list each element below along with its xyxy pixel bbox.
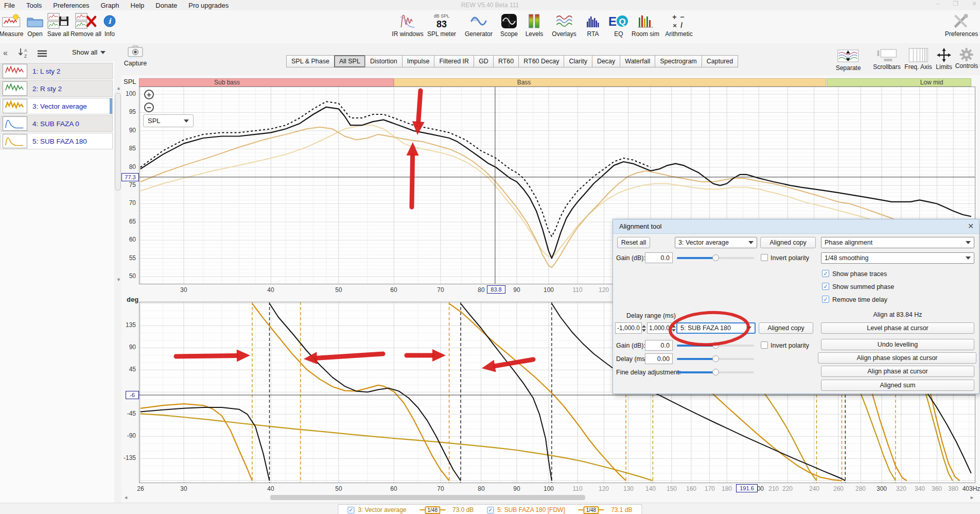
close-icon[interactable]: ✕ xyxy=(968,222,974,230)
reset-all-button[interactable]: Reset all xyxy=(617,237,650,248)
band-sub-bass xyxy=(139,78,394,87)
ir-windows-button[interactable]: IR windows xyxy=(392,12,423,38)
hscroll-right-arrow[interactable]: ► xyxy=(970,495,974,500)
show-phase-traces-checkbox[interactable]: ✓ xyxy=(822,270,829,277)
scope-button[interactable]: Scope xyxy=(500,12,518,38)
remove-all-button[interactable]: Remove all xyxy=(71,12,101,38)
tab-rt60[interactable]: RT60 xyxy=(493,55,519,67)
aligned-copy-b-button[interactable]: Aligned copy xyxy=(759,322,813,334)
tab-distortion[interactable]: Distortion xyxy=(365,55,402,67)
tab-spectrogram[interactable]: Spectrogram xyxy=(655,55,702,67)
arithmetic-button[interactable]: +−×/Arithmetic xyxy=(665,12,692,38)
room-sim-button[interactable]: Room sim xyxy=(632,12,659,38)
close-window-icon[interactable]: ✕ xyxy=(972,0,977,7)
invert-b-checkbox[interactable] xyxy=(761,341,768,349)
smoothing-badge[interactable]: 1/48 xyxy=(425,506,440,514)
tab-rt60-decay[interactable]: RT60 Decay xyxy=(518,55,564,67)
menu-item-graph[interactable]: Graph xyxy=(100,2,119,9)
trace-type-dropdown[interactable]: SPL xyxy=(143,114,194,127)
separate-button[interactable]: Separate xyxy=(836,47,861,72)
measurement-b-dropdown[interactable]: 5: SUB FAZA 180 xyxy=(676,322,756,334)
tab-filtered-ir[interactable]: Filtered IR xyxy=(434,55,474,67)
tab-clarity[interactable]: Clarity xyxy=(564,55,592,67)
delay-field[interactable]: 0.00 xyxy=(645,353,673,364)
tab-captured[interactable]: Captured xyxy=(702,55,738,67)
zoom-out-button[interactable]: − xyxy=(144,102,154,112)
gain-a-field[interactable]: 0.0 xyxy=(645,252,673,263)
scrollbars-button[interactable]: Scrollbars xyxy=(873,47,900,71)
tab-gd[interactable]: GD xyxy=(474,55,494,67)
remove-time-delay-checkbox[interactable]: ✓ xyxy=(822,296,829,303)
align-phase-slopes-button[interactable]: Align phase slopes at cursor xyxy=(818,352,976,364)
deg-tick-label: 45 xyxy=(120,366,136,373)
menu-item-tools[interactable]: Tools xyxy=(26,2,42,9)
tab-spl-phase[interactable]: SPL & Phase xyxy=(286,55,335,67)
gain-b-field[interactable]: 0.0 xyxy=(645,340,673,351)
limits-button[interactable]: Limits xyxy=(935,47,953,71)
generator-button[interactable]: Generator xyxy=(465,12,493,38)
legend-checkbox[interactable]: ✓ xyxy=(487,507,494,513)
open-button[interactable]: Open xyxy=(26,12,44,38)
levels-button[interactable]: Levels xyxy=(526,12,544,38)
maximize-icon[interactable]: ❐ xyxy=(953,0,958,7)
aligned-sum-button[interactable]: Aligned sum xyxy=(821,380,974,391)
measure-button[interactable]: Measure xyxy=(0,12,23,38)
sort-icon[interactable]: AZ xyxy=(18,47,30,59)
tab-impulse[interactable]: Impulse xyxy=(402,55,435,67)
info-button[interactable]: iInfo xyxy=(103,12,116,38)
mode-dropdown[interactable]: Phase alignment xyxy=(821,237,974,248)
tab-waterfall[interactable]: Waterfall xyxy=(620,55,655,67)
rta-button[interactable]: RTA xyxy=(585,12,601,38)
measurement-item-1[interactable]: 1: L sty 2 xyxy=(1,63,113,79)
measurement-item-3[interactable]: 3: Vector average xyxy=(1,98,113,114)
eq-button[interactable]: EQEQ xyxy=(608,12,629,38)
measurement-item-2[interactable]: 2: R sty 2 xyxy=(1,80,113,97)
menu-item-donate[interactable]: Donate xyxy=(155,2,177,9)
show-summed-phase-checkbox[interactable]: ✓ xyxy=(822,283,829,290)
controls-button[interactable]: Controls xyxy=(955,47,978,70)
spl-meter-button[interactable]: dB SPL83SPL meter xyxy=(427,12,456,38)
delay-slider[interactable] xyxy=(677,353,754,364)
aligned-copy-a-button[interactable]: Aligned copy xyxy=(760,237,816,248)
zoom-in-button[interactable]: + xyxy=(144,90,154,99)
undo-levelling-button[interactable]: Undo levelling xyxy=(821,339,974,350)
minimize-icon[interactable]: – xyxy=(936,0,939,7)
show-all-dropdown[interactable]: Show all xyxy=(72,48,106,56)
menu-list-icon[interactable] xyxy=(37,49,47,58)
hscroll-thumb[interactable] xyxy=(270,495,585,500)
overlays-button[interactable]: Overlays xyxy=(552,12,576,38)
preferences-button[interactable]: Preferences xyxy=(945,12,978,38)
level-phase-at-cursor-button[interactable]: Level phase at cursor xyxy=(821,322,974,334)
menu-item-preferences[interactable]: Preferences xyxy=(53,2,89,9)
delay-max-spinner[interactable]: 1,000.0 xyxy=(647,322,675,334)
freq-tick-label: 110 xyxy=(572,485,582,492)
invert-a-checkbox[interactable] xyxy=(761,254,768,261)
legend-checkbox[interactable]: ✓ xyxy=(347,507,354,513)
menu-item-help[interactable]: Help xyxy=(131,2,145,9)
align-phase-at-cursor-button[interactable]: Align phase at cursor xyxy=(821,366,974,377)
smoothing-dropdown[interactable]: 1/48 smoothing xyxy=(821,252,974,264)
measurement-item-5[interactable]: 5: SUB FAZA 180 xyxy=(1,133,113,149)
tab-all-spl[interactable]: All SPL xyxy=(334,55,365,67)
hscroll-left-arrow[interactable]: ◄ xyxy=(124,495,128,500)
collapse-sidebar-icon[interactable]: « xyxy=(3,48,8,58)
fine-delay-slider[interactable] xyxy=(677,367,754,378)
smoothing-badge[interactable]: 1/48 xyxy=(584,506,599,514)
dialog-title-bar[interactable]: Alignment tool ✕ xyxy=(613,219,979,234)
sidebar-scrollbar[interactable] xyxy=(115,93,121,191)
freq-axis-button[interactable]: Freq. Axis xyxy=(904,47,932,71)
measurement-a-dropdown[interactable]: 3: Vector average xyxy=(675,237,757,248)
svg-text:E: E xyxy=(608,14,617,28)
gain-b-slider[interactable] xyxy=(677,340,754,351)
menu-item-pro-upgrades[interactable]: Pro upgrades xyxy=(188,2,229,9)
menu-item-file[interactable]: File xyxy=(4,2,15,9)
show-all-label: Show all xyxy=(72,48,97,56)
delay-min-spinner[interactable]: -1,000.0 xyxy=(615,322,645,334)
measurement-item-4[interactable]: 4: SUB FAZA 0 xyxy=(1,115,113,132)
tab-decay[interactable]: Decay xyxy=(592,55,620,67)
eq-icon: EQ xyxy=(608,12,629,30)
deg-tick-label: 135 xyxy=(120,321,136,329)
gain-a-slider[interactable] xyxy=(677,252,754,263)
camera-icon[interactable] xyxy=(128,45,143,58)
save-all-button[interactable]: Save all xyxy=(47,12,69,38)
